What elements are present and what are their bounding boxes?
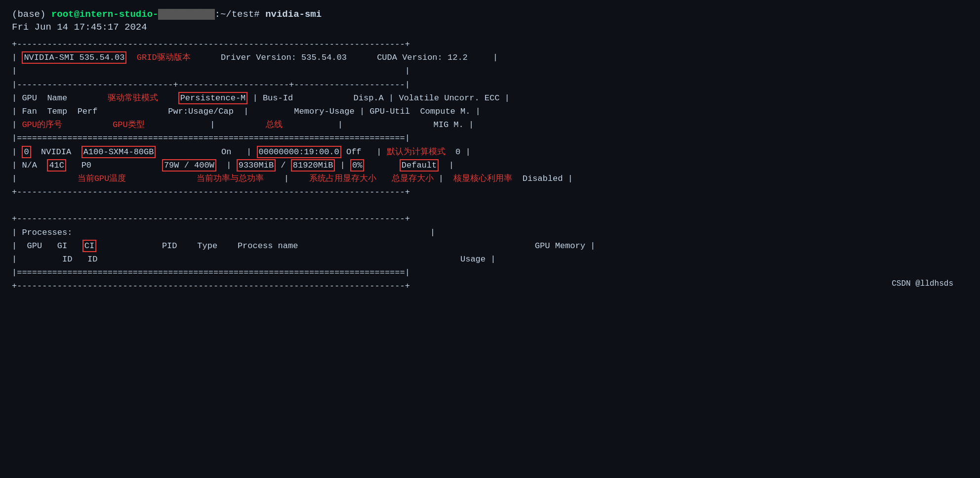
proc-hdr-name: Process name	[238, 241, 298, 251]
date-line: Fri Jun 14 17:45:17 2024	[12, 22, 968, 33]
pwr-label: 当前功率与总功率	[197, 174, 264, 183]
proc-hdr-usage: Usage	[460, 255, 486, 264]
compute-mode: Default	[402, 161, 437, 170]
proc-hdr-pid: PID	[162, 241, 177, 251]
temp-label: 当前GPU温度	[78, 174, 126, 183]
bus-id: 00000000:19:00.0	[259, 147, 339, 157]
hdr-pwr: Pwr:Usage/Cap	[168, 107, 234, 116]
hdr-compute-m: Compute M.	[420, 107, 470, 116]
gpu-temp-box: 41C	[47, 159, 66, 172]
gpu-fan: N/A	[22, 161, 37, 170]
mem-total-box: 81920MiB	[291, 159, 335, 172]
hdr-gpu-util: GPU-Util	[369, 107, 410, 116]
host-redacted: ██████████	[158, 9, 214, 20]
hdr-bus-label: 总线	[266, 120, 283, 130]
util-label: 核显核心利用率	[453, 174, 512, 183]
proc-hdr-gpu: GPU	[27, 241, 42, 251]
gpu-persistence: On	[221, 147, 231, 157]
gpu-util-box: 0%	[350, 159, 364, 172]
hdr-gpu-type-label: GPU类型	[113, 120, 145, 130]
gpu-model: A100-SXM4-80GB	[83, 147, 154, 157]
smi-version-box: NVIDIA-SMI 535.54.03	[22, 51, 126, 64]
pwr-box: 79W / 400W	[162, 159, 216, 172]
pwr-usage: 79W	[164, 161, 179, 170]
smi-version: NVIDIA-SMI 535.54.03	[24, 53, 124, 62]
compute-mode-box: Default	[400, 159, 439, 172]
pwr-cap: 400W	[194, 161, 214, 170]
proc-hdr-id-ci: ID	[87, 255, 97, 264]
hdr-temp: Temp	[47, 107, 67, 116]
hdr-gpu: GPU	[22, 93, 37, 103]
hdr-gpu-seq-label: GPU的序号	[22, 120, 62, 130]
default-mode-label: 默认为计算模式	[387, 147, 446, 157]
gpu-util: 0%	[352, 161, 362, 170]
hdr-mig-m: MIG M.	[434, 120, 464, 130]
hdr-persistence-label: 驱动常驻模式	[108, 93, 158, 103]
proc-hdr-id-gi: ID	[62, 255, 72, 264]
proc-hdr-gi: GI	[57, 241, 67, 251]
hdr-mem-usage: Memory-Usage	[294, 107, 354, 116]
mem-used-label: 系统占用显存大小	[309, 174, 376, 183]
hdr-perf: Perf	[78, 107, 98, 116]
base-env: (base)	[12, 9, 51, 20]
terminal-window: (base) root@intern-studio-██████████:~/t…	[12, 9, 968, 288]
ecc: 0	[455, 147, 460, 157]
command: nvidia-smi	[265, 9, 322, 20]
gpu-model-box: A100-SXM4-80GB	[82, 146, 156, 158]
cuda-version: CUDA Version: 12.2	[377, 53, 468, 62]
hdr-fan: Fan	[22, 107, 37, 116]
persistence-m-box: Persistence-M	[178, 92, 248, 104]
mem-total-label: 总显存大小	[392, 174, 434, 183]
processes-title: Processes:	[22, 228, 72, 237]
driver-version: Driver Version: 535.54.03	[221, 53, 347, 62]
bus-id-box: 00000000:19:00.0	[257, 146, 341, 158]
mem-total: 81920MiB	[293, 161, 333, 170]
hdr-persistence-m: Persistence-M	[180, 93, 246, 103]
prompt-line: (base) root@intern-studio-██████████:~/t…	[12, 9, 968, 20]
hdr-bus-id: Bus-Id	[263, 93, 293, 103]
hdr-volatile: Volatile Uncorr. ECC	[399, 93, 499, 103]
path: :~/test#	[215, 9, 266, 20]
gpu-perf: P0	[82, 161, 91, 170]
proc-hdr-type: Type	[197, 241, 217, 251]
gpu-index-box: 0	[22, 146, 31, 158]
gpu-vendor: NVIDIA	[41, 147, 71, 157]
proc-hdr-gpu-mem: GPU Memory	[535, 241, 585, 251]
hdr-name: Name	[47, 93, 67, 103]
disp-a: Off	[346, 147, 362, 157]
mem-used: 9330MiB	[239, 161, 274, 170]
gpu-temp: 41C	[49, 161, 64, 170]
gpu-index: 0	[24, 147, 29, 157]
grid-label: GRID驱动版本	[137, 53, 191, 62]
smi-output: +---------------------------------------…	[12, 38, 968, 293]
mig-mode: Disabled	[523, 174, 563, 183]
proc-hdr-ci: CI	[84, 241, 94, 251]
hdr-disp-a: Disp.A	[354, 93, 384, 103]
mem-used-box: 9330MiB	[237, 159, 276, 172]
user-host: root@intern-studio-	[51, 9, 159, 20]
ci-box: CI	[82, 240, 96, 252]
